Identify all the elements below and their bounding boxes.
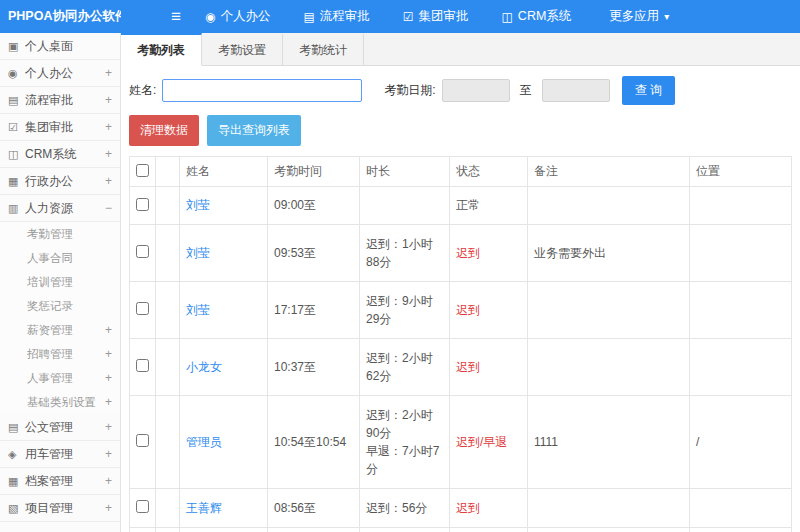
sidebar-item[interactable]: 招聘管理 +	[0, 342, 120, 366]
name-filter-input[interactable]	[162, 79, 362, 102]
expand-toggle-icon[interactable]: +	[101, 174, 112, 188]
briefcase-icon: ▦	[8, 175, 25, 188]
tab-1[interactable]: 考勤设置	[202, 33, 283, 65]
topbar-nav-item[interactable]: ☑ 集团审批	[389, 0, 488, 33]
row-checkbox[interactable]	[136, 434, 149, 447]
tab-0[interactable]: 考勤列表	[121, 33, 202, 66]
sidebar-item-label: 公文管理	[25, 419, 101, 436]
sidebar-item[interactable]: ☑ 集团审批 +	[0, 114, 120, 141]
row-time: 09:00至	[268, 187, 360, 225]
clean-data-button[interactable]: 清理数据	[129, 115, 199, 146]
export-list-button[interactable]: 导出查询列表	[207, 115, 301, 146]
sidebar-item[interactable]: 培训管理	[0, 270, 120, 294]
row-checkbox[interactable]	[136, 500, 149, 513]
sidebar-item-label: 培训管理	[27, 275, 108, 290]
header-location: 位置	[690, 157, 792, 187]
topbar-nav-item[interactable]: ◫ CRM系统	[488, 0, 591, 33]
date-to-input[interactable]	[542, 79, 610, 102]
expand-toggle-icon[interactable]: +	[101, 474, 112, 488]
sidebar-item[interactable]: ▧ 项目管理 +	[0, 495, 120, 522]
table-header-row: 姓名 考勤时间 时长 状态 备注 位置	[130, 157, 792, 187]
row-checkbox[interactable]	[136, 359, 149, 372]
chart-icon: ◫	[8, 148, 25, 161]
tab-2[interactable]: 考勤统计	[283, 33, 364, 65]
sidebar-item[interactable]: ◫ CRM系统 +	[0, 141, 120, 168]
project-icon: ▧	[8, 502, 25, 515]
name-filter-label: 姓名:	[129, 82, 156, 99]
topbar-nav-item[interactable]: ▤ 流程审批	[289, 0, 388, 33]
filter-bar: 姓名: 考勤日期: 至 查 询	[121, 66, 800, 113]
row-status: 迟到	[456, 360, 480, 374]
row-duration	[360, 187, 450, 225]
expand-toggle-icon[interactable]: +	[101, 420, 112, 434]
sidebar-item[interactable]: ▤ 流程审批 +	[0, 87, 120, 114]
row-checkbox[interactable]	[136, 198, 149, 211]
row-name-link[interactable]: 管理员	[186, 435, 222, 449]
row-checkbox[interactable]	[136, 245, 149, 258]
app-logo: PHPOA协同办公软件	[0, 8, 121, 25]
archive-icon: ▦	[8, 475, 25, 488]
user-icon: ◉	[205, 10, 215, 24]
sidebar-item[interactable]: ▣ 个人桌面	[0, 33, 120, 60]
row-remark	[528, 282, 690, 339]
car-icon: ◈	[8, 448, 25, 461]
row-location	[690, 225, 792, 282]
table-row: 黄莺 13:20至13:20 迟到：5小时33分 早退：4小时67分 迟到/早退…	[130, 528, 792, 532]
tab-label: 考勤列表	[137, 43, 185, 57]
sidebar-item[interactable]: 基础类别设置 +	[0, 390, 120, 414]
expand-toggle-icon[interactable]: +	[101, 347, 112, 361]
sidebar-item-label: 集团审批	[25, 119, 101, 136]
row-duration: 迟到：5小时33分 早退：4小时67分	[360, 528, 450, 532]
expand-toggle-icon[interactable]: +	[101, 501, 112, 515]
sidebar-item[interactable]: 人事管理 +	[0, 366, 120, 390]
sidebar-item[interactable]: 人事合同	[0, 246, 120, 270]
table-row: 管理员 10:54至10:54 迟到：2小时90分 早退：7小时7分 迟到/早退…	[130, 396, 792, 489]
sidebar-item[interactable]: ◈ 用车管理 +	[0, 441, 120, 468]
topbar-nav-item[interactable]: ◉ 个人办公	[191, 0, 289, 33]
sidebar-item-label: 档案管理	[25, 473, 101, 490]
expand-toggle-icon[interactable]: +	[101, 323, 112, 337]
sidebar-item[interactable]: 薪资管理 +	[0, 318, 120, 342]
expand-toggle-icon[interactable]: +	[101, 447, 112, 461]
row-time: 17:17至	[268, 282, 360, 339]
date-from-input[interactable]	[442, 79, 510, 102]
header-status: 状态	[450, 157, 528, 187]
row-duration: 迟到：9小时29分	[360, 282, 450, 339]
sidebar-item[interactable]: ◉ 个人办公 +	[0, 60, 120, 87]
row-duration: 迟到：1小时88分	[360, 225, 450, 282]
sidebar-item-label: 用车管理	[25, 446, 101, 463]
expand-toggle-icon[interactable]: +	[101, 66, 112, 80]
expand-toggle-icon[interactable]: +	[101, 120, 112, 134]
expand-toggle-icon[interactable]: +	[101, 395, 112, 409]
expand-toggle-icon[interactable]: +	[101, 93, 112, 107]
row-spacer	[156, 396, 180, 489]
select-all-checkbox[interactable]	[136, 164, 149, 177]
row-remark: 1111	[528, 396, 690, 489]
sidebar-item-label: 人事管理	[27, 371, 101, 386]
sidebar-item[interactable]: 奖惩记录	[0, 294, 120, 318]
table-row: 刘莹 17:17至 迟到：9小时29分 迟到	[130, 282, 792, 339]
search-button[interactable]: 查 询	[622, 76, 675, 105]
sidebar-item[interactable]: ▥ 人力资源 −	[0, 195, 120, 222]
hamburger-menu-icon[interactable]: ≡	[171, 0, 181, 33]
row-name-link[interactable]: 刘莹	[186, 198, 210, 212]
expand-toggle-icon[interactable]: +	[101, 371, 112, 385]
row-duration: 迟到：56分	[360, 489, 450, 528]
topbar-nav-item[interactable]: 更多应用 ▾	[590, 0, 683, 33]
expand-toggle-icon[interactable]: +	[101, 147, 112, 161]
tab-label: 考勤设置	[218, 43, 266, 57]
expand-toggle-icon[interactable]: −	[101, 201, 112, 215]
document-icon: ▤	[8, 421, 25, 434]
sidebar-item[interactable]: 考勤管理	[0, 222, 120, 246]
row-name-link[interactable]: 刘莹	[186, 246, 210, 260]
hr-icon: ▥	[8, 202, 25, 215]
row-name-link[interactable]: 刘莹	[186, 303, 210, 317]
row-name-link[interactable]: 小龙女	[186, 360, 222, 374]
row-location	[690, 187, 792, 225]
sidebar-item[interactable]: ▦ 档案管理 +	[0, 468, 120, 495]
sidebar-item[interactable]: ▦ 行政办公 +	[0, 168, 120, 195]
attendance-table: 姓名 考勤时间 时长 状态 备注 位置 刘莹 09:00至 正常 刘莹 09:5…	[129, 156, 792, 532]
sidebar-item[interactable]: ▤ 公文管理 +	[0, 414, 120, 441]
row-checkbox[interactable]	[136, 302, 149, 315]
row-name-link[interactable]: 王善辉	[186, 501, 222, 515]
